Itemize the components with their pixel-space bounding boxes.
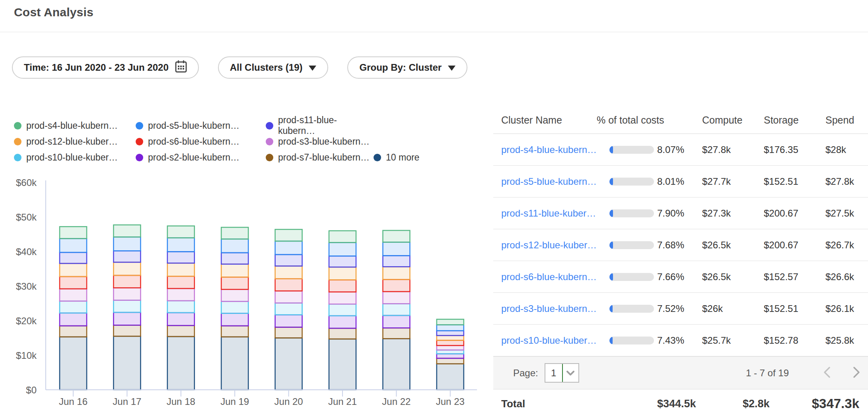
bar-segment[interactable] <box>329 280 356 292</box>
bar-segment[interactable] <box>383 315 410 328</box>
bar-segment[interactable] <box>275 241 302 255</box>
bar-segment[interactable] <box>221 326 248 337</box>
bar-segment[interactable] <box>167 301 195 313</box>
bar-segment[interactable] <box>383 292 410 304</box>
bar-segment[interactable] <box>329 242 356 256</box>
bar-segment[interactable] <box>113 300 140 312</box>
bar-segment[interactable] <box>275 315 302 327</box>
bar-segment[interactable] <box>221 264 248 277</box>
bar-segment[interactable] <box>167 313 195 325</box>
bar-segment[interactable] <box>60 326 87 337</box>
bar-segment[interactable] <box>329 339 356 390</box>
bar-segment[interactable] <box>167 337 195 390</box>
bar-segment[interactable] <box>437 358 464 364</box>
bar-segment[interactable] <box>113 336 140 390</box>
cluster-link[interactable]: prod-s10-blue-kuber… <box>501 335 609 346</box>
bar-segment[interactable] <box>113 225 140 237</box>
legend-item[interactable]: prod-s6-blue-kubern… <box>136 136 266 147</box>
bar-segment[interactable] <box>275 327 302 338</box>
bar-segment[interactable] <box>221 277 248 289</box>
cluster-link[interactable]: prod-s11-blue-kuber… <box>501 208 609 219</box>
bar-segment[interactable] <box>329 292 356 304</box>
legend-item[interactable]: prod-s2-blue-kubern… <box>136 152 266 163</box>
bar-segment[interactable] <box>437 325 464 331</box>
bar-segment[interactable] <box>329 304 356 316</box>
bar-segment[interactable] <box>383 304 410 315</box>
bar-segment[interactable] <box>60 252 87 263</box>
legend-item[interactable]: prod-s3-blue-kubern… <box>266 136 374 147</box>
legend-item[interactable]: prod-s4-blue-kubern… <box>14 120 136 131</box>
bar-segment[interactable] <box>329 316 356 328</box>
bar-segment[interactable] <box>167 263 195 276</box>
bar-segment[interactable] <box>275 338 302 390</box>
bar-segment[interactable] <box>275 266 302 279</box>
clusters-filter-button[interactable]: All Clusters (19) <box>218 56 329 79</box>
bar-segment[interactable] <box>383 230 410 242</box>
bar-segment[interactable] <box>437 354 464 358</box>
cluster-link[interactable]: prod-s4-blue-kubern… <box>501 144 609 155</box>
bar-segment[interactable] <box>329 328 356 339</box>
bar-segment[interactable] <box>221 253 248 264</box>
bar-segment[interactable] <box>113 262 140 275</box>
bar-segment[interactable] <box>221 289 248 301</box>
legend-item[interactable]: prod-s5-blue-kubern… <box>136 120 266 131</box>
bar-segment[interactable] <box>221 239 248 253</box>
bar-segment[interactable] <box>383 255 410 267</box>
bar-segment[interactable] <box>60 289 87 301</box>
groupby-filter-button[interactable]: Group By: Cluster <box>347 56 467 79</box>
bar-segment[interactable] <box>275 279 302 291</box>
bar-segment[interactable] <box>383 339 410 390</box>
bar-segment[interactable] <box>60 263 87 277</box>
bar-segment[interactable] <box>329 231 356 243</box>
bar-segment[interactable] <box>60 301 87 313</box>
bar-segment[interactable] <box>167 252 195 263</box>
next-page-button[interactable] <box>852 366 861 380</box>
legend-item[interactable]: 10 more <box>374 152 419 163</box>
bar-segment[interactable] <box>167 288 195 301</box>
bar-segment[interactable] <box>60 238 87 252</box>
bar-segment[interactable] <box>167 325 195 337</box>
bar-segment[interactable] <box>60 226 87 238</box>
legend-item[interactable]: prod-s10-blue-kuber… <box>14 152 136 163</box>
bar-segment[interactable] <box>275 229 302 241</box>
bar-segment[interactable] <box>221 314 248 326</box>
bar-segment[interactable] <box>221 227 248 239</box>
bar-segment[interactable] <box>383 279 410 291</box>
bar-segment[interactable] <box>383 267 410 279</box>
bar-segment[interactable] <box>437 319 464 325</box>
bar-segment[interactable] <box>113 288 140 300</box>
prev-page-button[interactable] <box>823 366 831 380</box>
cluster-link[interactable]: prod-s12-blue-kuber… <box>501 240 609 251</box>
bar-segment[interactable] <box>113 275 140 288</box>
bar-segment[interactable] <box>383 328 410 339</box>
bar-segment[interactable] <box>437 341 464 346</box>
bar-segment[interactable] <box>113 251 140 262</box>
bar-segment[interactable] <box>167 276 195 288</box>
bar-segment[interactable] <box>113 325 140 336</box>
bar-segment[interactable] <box>437 350 464 354</box>
bar-segment[interactable] <box>383 242 410 256</box>
legend-item[interactable]: prod-s7-blue-kubern… <box>266 152 374 163</box>
bar-segment[interactable] <box>221 337 248 390</box>
cluster-link[interactable]: prod-s6-blue-kubern… <box>501 271 609 283</box>
bar-segment[interactable] <box>113 312 140 325</box>
bar-segment[interactable] <box>329 267 356 280</box>
cluster-link[interactable]: prod-s5-blue-kubern… <box>501 176 609 187</box>
bar-segment[interactable] <box>60 277 87 289</box>
bar-segment[interactable] <box>167 226 195 238</box>
bar-segment[interactable] <box>437 364 464 390</box>
page-select[interactable]: 1 <box>545 363 579 383</box>
bar-segment[interactable] <box>275 255 302 266</box>
bar-segment[interactable] <box>60 337 87 390</box>
bar-segment[interactable] <box>113 237 140 251</box>
bar-segment[interactable] <box>437 335 464 340</box>
bar-segment[interactable] <box>275 303 302 315</box>
bar-segment[interactable] <box>275 291 302 303</box>
bar-segment[interactable] <box>221 302 248 314</box>
bar-segment[interactable] <box>437 331 464 335</box>
bar-segment[interactable] <box>437 346 464 350</box>
cluster-link[interactable]: prod-s3-blue-kubern… <box>501 303 609 314</box>
legend-item[interactable]: prod-s12-blue-kuber… <box>14 136 136 147</box>
bar-segment[interactable] <box>60 313 87 326</box>
bar-segment[interactable] <box>167 238 195 252</box>
